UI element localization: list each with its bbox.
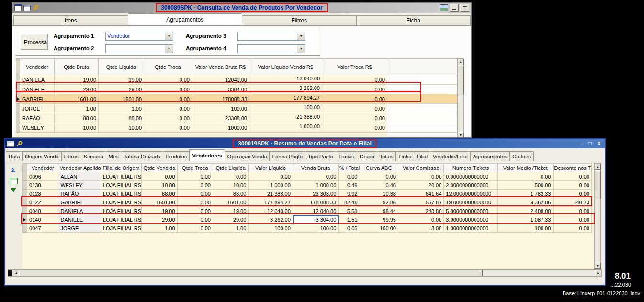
grid-cell[interactable]: 0.00 xyxy=(144,113,192,123)
column-header-numero-tickets[interactable]: Numero Tickets xyxy=(444,164,498,172)
grid-cell[interactable]: 140.73 xyxy=(553,198,592,207)
grid-cell[interactable]: LOJA FILIAL RS xyxy=(101,181,141,190)
grid-cell[interactable]: JORGE xyxy=(58,224,101,233)
table-row[interactable]: 0128RAFÃOLOJA FILIAL RS88.000.0088.0021 … xyxy=(23,190,592,198)
column-header-valor-venda-bruta-r[interactable]: Valor Venda Bruta R$ xyxy=(192,59,249,75)
tab-linha[interactable]: Linha xyxy=(395,151,414,161)
grid-cell[interactable]: GABRIEL xyxy=(20,94,55,104)
table-row[interactable]: DANIELE29.0029.000.003304.003 262.000.00 xyxy=(16,85,457,94)
table-row[interactable]: RAFÃO88.0088.000.0023308.0021 388.000.00 xyxy=(16,113,457,123)
grid-cell[interactable]: 557.87 xyxy=(398,198,443,207)
grid-cell[interactable]: 0.0000000000000 xyxy=(444,172,498,181)
grid-cell[interactable]: 0.00 xyxy=(177,181,213,190)
grid-cell[interactable]: LOJA FILIAL RS xyxy=(101,215,141,224)
grid-cell[interactable]: 20.00 xyxy=(398,181,443,190)
tab-itens[interactable]: Itens xyxy=(13,15,128,25)
tab-tabela-cruzada[interactable]: Tabela Cruzada xyxy=(121,151,163,161)
grid-cell[interactable]: 1 000.00 xyxy=(293,181,338,190)
grid-cell[interactable]: 0.00 xyxy=(322,85,387,94)
grid-cell[interactable]: 0.00 xyxy=(142,172,177,181)
grid-cell[interactable]: 0.00 xyxy=(144,123,192,133)
scroll-thumb[interactable] xyxy=(595,170,601,199)
grid-cell[interactable]: 0122 xyxy=(27,198,58,207)
scroll-up-icon[interactable]: ▲ xyxy=(458,59,464,65)
maximize-button[interactable]: □ xyxy=(586,140,594,147)
grid-cell[interactable]: 178 088.33 xyxy=(293,198,338,207)
grid-cell[interactable]: 1.0000000000000 xyxy=(444,224,498,233)
tab-agrupamentos[interactable]: Agrupamentos xyxy=(470,151,510,161)
table-row[interactable]: 0047JORGELOJA FILIAL RS1.000.001.00100.0… xyxy=(23,224,592,233)
grid-cell[interactable]: LOJA FILIAL RS xyxy=(101,224,141,233)
grid-cell[interactable]: 1601.00 xyxy=(213,198,248,207)
tab-produtos[interactable]: Produtos xyxy=(163,151,190,161)
grid-cell[interactable]: 1 087.33 xyxy=(497,215,553,224)
tab-origem-venda[interactable]: Origem Venda xyxy=(22,151,61,161)
grid-cell[interactable]: 29.00 xyxy=(213,215,248,224)
table-row[interactable]: DANIELA19.0019.000.0012040.0012 040.000.… xyxy=(16,75,457,85)
agrupamento1-combobox[interactable]: Vendedor ▼ xyxy=(105,32,173,41)
scroll-thumb[interactable] xyxy=(19,270,483,276)
grid-cell[interactable]: 0.00 xyxy=(497,172,553,181)
scroll-down-icon[interactable]: ▼ xyxy=(595,263,601,269)
column-header-desconto-nos-tick[interactable]: Desconto nos Tick xyxy=(553,164,592,172)
grid-cell[interactable]: 99.95 xyxy=(360,215,398,224)
tab-data[interactable]: Data xyxy=(6,151,23,161)
grid-cell[interactable]: 0.00 xyxy=(293,172,338,181)
grid-cell[interactable]: 177 894.27 xyxy=(249,198,293,207)
grid-cell[interactable]: 0.00 xyxy=(177,207,213,215)
scroll-up-icon[interactable]: ▲ xyxy=(595,164,601,170)
grid-cell[interactable]: 0.00 xyxy=(177,190,213,198)
grid-cell[interactable]: 2.0000000000000 xyxy=(444,181,498,190)
grid-cell[interactable]: 0.05 xyxy=(339,224,360,233)
grid-cell[interactable]: DANIELA xyxy=(58,207,101,215)
table-row[interactable]: 0122GABRIELLOJA FILIAL RS1601.000.001601… xyxy=(23,198,592,207)
grid-cell[interactable]: 88.00 xyxy=(142,190,177,198)
grid-cell[interactable]: 177 894.27 xyxy=(249,94,322,104)
grid-cell[interactable]: 0.00 xyxy=(249,172,293,181)
grid-cell[interactable]: 0.00 xyxy=(398,172,443,181)
column-header-valor-comissao[interactable]: Valor Comissao xyxy=(398,164,443,172)
agrupamento3-combobox[interactable]: ▼ xyxy=(237,32,305,41)
column-header-total[interactable]: % / Total xyxy=(339,164,360,172)
grid-cell[interactable]: 1 000.00 xyxy=(249,123,322,133)
grid-cell[interactable]: 3.0000000000000 xyxy=(444,215,498,224)
close-button[interactable]: × xyxy=(595,140,603,147)
column-header-filial-de-origem[interactable]: Filial de Origem xyxy=(101,164,141,172)
grid-cell[interactable]: 88.00 xyxy=(55,113,99,123)
grid-cell[interactable]: 0128 xyxy=(27,190,58,198)
grid-cell[interactable]: 0.00 xyxy=(322,104,387,113)
tab-filtros[interactable]: Filtros xyxy=(61,151,81,161)
tab-vendedores[interactable]: Vendedores xyxy=(189,149,225,161)
grid-cell[interactable]: 29.00 xyxy=(55,85,99,94)
grid-cell[interactable]: 1.00 xyxy=(213,224,248,233)
maximize-button[interactable] xyxy=(460,4,469,12)
vertical-scrollbar[interactable]: ▲ ▼ xyxy=(457,58,464,138)
grid-cell[interactable]: 21 388.00 xyxy=(249,190,293,198)
grid-cell[interactable]: 29.00 xyxy=(142,215,177,224)
grid-cell[interactable]: 0.00 xyxy=(144,94,192,104)
table-row[interactable]: 0048DANIELALOJA FILIAL RS19.000.0019.001… xyxy=(23,207,592,215)
grid-cell[interactable]: 9 362.86 xyxy=(497,198,553,207)
column-header-qtde-liquida[interactable]: Qtde Liquida xyxy=(99,59,144,75)
column-header-vendedor-apelido[interactable]: Vendedor Apelido xyxy=(58,164,101,172)
horizontal-scrollbar[interactable]: ◄ ► xyxy=(8,269,602,277)
grid-cell[interactable]: 0.00 xyxy=(553,172,592,181)
grid-cell[interactable]: JORGE xyxy=(20,104,55,113)
grid-cell[interactable]: 0096 xyxy=(27,172,58,181)
grid-cell[interactable]: 0.00 xyxy=(177,198,213,207)
table-row[interactable]: GABRIEL1601.001601.000.00178088.33177 89… xyxy=(16,94,457,104)
grid-cell[interactable]: GABRIEL xyxy=(58,198,101,207)
column-header-qtde-troca[interactable]: Qtde Troca xyxy=(144,59,192,75)
grid-cell[interactable]: 19.00 xyxy=(55,75,99,85)
grid-cell[interactable]: 0.00 xyxy=(213,172,248,181)
grid-cell[interactable]: LOJA FILIAL RS xyxy=(101,198,141,207)
grid-cell[interactable]: 0.00 xyxy=(322,123,387,133)
grid-cell[interactable]: 0.00 xyxy=(177,172,213,181)
grid-cell[interactable]: 641.64 xyxy=(398,190,443,198)
grid-cell[interactable]: 0.00 xyxy=(322,94,387,104)
grid-cell[interactable]: 100.00 xyxy=(497,224,553,233)
grid-cell[interactable]: DANIELA xyxy=(20,75,55,85)
grid-cell[interactable]: LOJA FILIAL RS xyxy=(101,172,141,181)
grid-cell[interactable]: 100.00 xyxy=(249,104,322,113)
grid-cell[interactable]: 0.00 xyxy=(144,104,192,113)
